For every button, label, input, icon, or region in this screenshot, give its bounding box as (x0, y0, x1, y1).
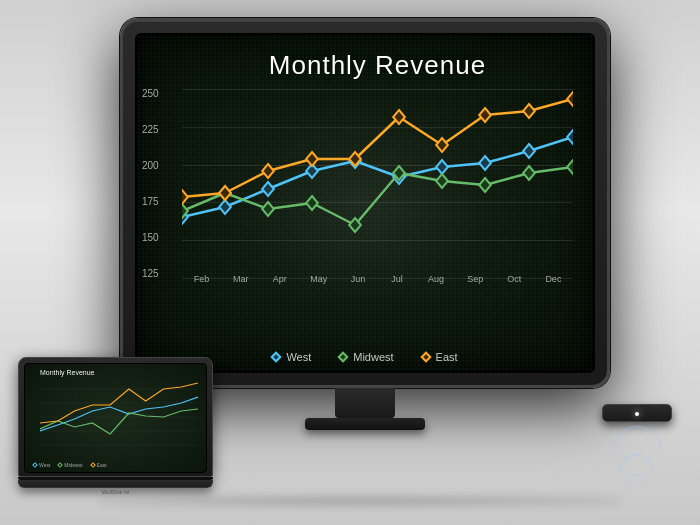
svg-marker-9 (567, 130, 573, 144)
x-label-aug: Aug (417, 274, 456, 284)
svg-marker-7 (479, 156, 491, 170)
tv-stand-base (305, 418, 425, 430)
chart-svg (182, 89, 573, 279)
laptop-legend: West Midwest East (33, 462, 198, 468)
x-label-apr: Apr (260, 274, 299, 284)
y-label-150: 150 (142, 233, 159, 243)
svg-marker-26 (436, 138, 448, 152)
laptop-chart-title: Monthly Revenue (40, 369, 198, 376)
laptop-screen-outer: Monthly Revenue West (18, 357, 213, 477)
wifi-arc-3 (628, 474, 646, 483)
svg-marker-8 (523, 144, 535, 158)
x-label-jun: Jun (338, 274, 377, 284)
legend-east-icon (420, 351, 431, 362)
svg-marker-22 (262, 164, 274, 178)
legend-east-label: East (436, 351, 458, 363)
svg-marker-1 (219, 200, 231, 214)
laptop-legend-midwest-label: Midwest (64, 462, 82, 468)
wifi-waves (602, 426, 672, 483)
svg-marker-2 (262, 182, 274, 196)
legend-west: West (272, 351, 311, 363)
tv-stand-neck (335, 388, 395, 418)
legend-midwest-label: Midwest (353, 351, 393, 363)
svg-marker-28 (523, 104, 535, 118)
laptop-legend-east-label: East (97, 462, 107, 468)
wifi-arc-1 (612, 426, 662, 451)
x-label-oct: Oct (495, 274, 534, 284)
legend-west-icon (271, 351, 282, 362)
y-label-175: 175 (142, 197, 159, 207)
tv-screen: Monthly Revenue 125 150 175 200 225 250 (135, 33, 595, 373)
y-label-250: 250 (142, 89, 159, 99)
x-axis-labels: Feb Mar Apr May Jun Jul Aug Sep Oct Dec (182, 274, 573, 284)
x-label-sep: Sep (456, 274, 495, 284)
legend-west-label: West (286, 351, 311, 363)
x-label-may: May (299, 274, 338, 284)
laptop-legend-east: East (91, 462, 107, 468)
y-label-200: 200 (142, 161, 159, 171)
svg-marker-16 (436, 174, 448, 188)
svg-marker-23 (306, 152, 318, 166)
chart-body: 125 150 175 200 225 250 (182, 89, 573, 279)
x-label-feb: Feb (182, 274, 221, 284)
laptop-model-label: MacBook Air (18, 489, 213, 495)
laptop-screen-inner: Monthly Revenue West (24, 363, 207, 473)
svg-marker-12 (262, 202, 274, 216)
appletv-box (602, 404, 672, 422)
svg-marker-13 (306, 196, 318, 210)
svg-marker-6 (436, 160, 448, 174)
svg-marker-17 (479, 178, 491, 192)
laptop-legend-midwest: Midwest (58, 462, 82, 468)
svg-marker-29 (567, 92, 573, 106)
appletv (602, 404, 672, 483)
laptop-legend-midwest-dot (57, 462, 63, 468)
laptop-legend-west-dot (32, 462, 38, 468)
x-label-mar: Mar (221, 274, 260, 284)
wifi-arc-2 (620, 454, 654, 471)
laptop: Monthly Revenue West (18, 357, 213, 495)
legend-east: East (422, 351, 458, 363)
legend-midwest: Midwest (339, 351, 393, 363)
appletv-status-light (635, 412, 639, 416)
chart-title: Monthly Revenue (182, 50, 573, 81)
y-axis: 125 150 175 200 225 250 (142, 89, 159, 279)
surface-shadow (100, 497, 620, 505)
y-label-225: 225 (142, 125, 159, 135)
laptop-legend-east-dot (90, 462, 96, 468)
x-label-jul: Jul (377, 274, 416, 284)
tv-bezel: Monthly Revenue 125 150 175 200 225 250 (120, 18, 610, 388)
laptop-content: Monthly Revenue West (25, 364, 206, 472)
y-label-125: 125 (142, 269, 159, 279)
svg-marker-18 (523, 166, 535, 180)
svg-marker-27 (479, 108, 491, 122)
svg-marker-19 (567, 160, 573, 174)
laptop-legend-west-label: West (39, 462, 50, 468)
svg-marker-21 (219, 186, 231, 200)
svg-marker-20 (182, 190, 188, 204)
laptop-base (18, 480, 213, 488)
x-label-dec: Dec (534, 274, 573, 284)
laptop-legend-west: West (33, 462, 50, 468)
legend-midwest-icon (338, 351, 349, 362)
laptop-chart-svg (40, 379, 198, 449)
chart-area: Monthly Revenue 125 150 175 200 225 250 (137, 35, 593, 371)
